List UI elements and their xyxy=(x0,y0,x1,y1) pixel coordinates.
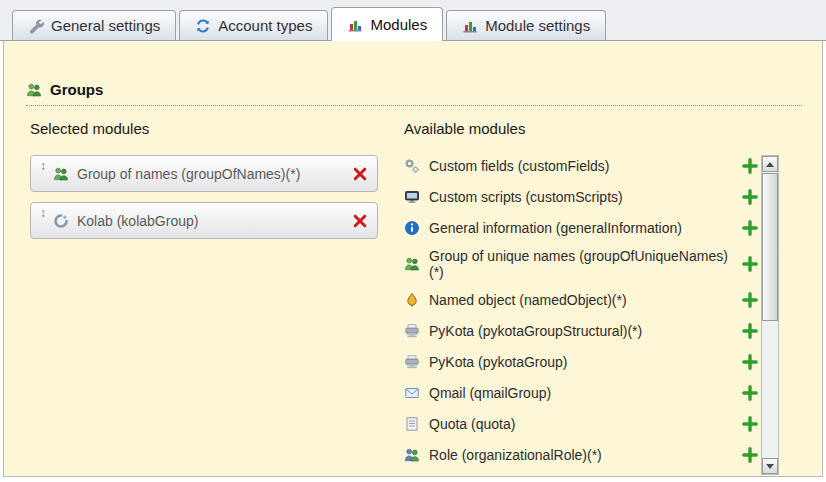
available-scrollbar[interactable] xyxy=(761,155,779,475)
add-module-button[interactable] xyxy=(742,220,758,236)
available-module-row: Quota (quota) xyxy=(404,413,758,435)
module-settings-icon xyxy=(462,18,478,34)
modules-icon xyxy=(347,17,363,33)
available-module-row: Qmail (qmailGroup) xyxy=(404,382,758,404)
remove-module-button[interactable] xyxy=(352,166,368,182)
printer-icon xyxy=(404,323,420,339)
add-module-button[interactable] xyxy=(742,158,758,174)
available-module-label: Role (organizationalRole)(*) xyxy=(429,447,734,463)
tab-label: General settings xyxy=(51,17,160,34)
custom-scripts-icon xyxy=(404,189,420,205)
drag-handle-icon[interactable]: ↕ xyxy=(40,156,46,173)
named-object-icon xyxy=(404,292,420,308)
kolab-icon xyxy=(53,213,69,229)
group-icon xyxy=(53,166,69,182)
available-module-row: Role (organizationalRole)(*) xyxy=(404,444,758,466)
available-module-label: PyKota (pykotaGroup) xyxy=(429,354,734,370)
scroll-thumb[interactable] xyxy=(762,173,778,321)
scroll-down-button[interactable] xyxy=(762,458,778,474)
available-module-label: Qmail (qmailGroup) xyxy=(429,385,734,401)
groups-icon xyxy=(26,82,42,98)
add-module-button[interactable] xyxy=(742,416,758,432)
add-module-button[interactable] xyxy=(742,256,758,272)
drag-handle-icon[interactable]: ↕ xyxy=(40,203,46,220)
available-module-row: Named object (namedObject)(*) xyxy=(404,289,758,311)
section-title: Groups xyxy=(50,81,103,98)
account-types-icon xyxy=(195,18,211,34)
tab-bar: General settingsAccount typesModulesModu… xyxy=(12,7,606,41)
selected-module-label: Group of names (groupOfNames)(*) xyxy=(77,166,352,182)
available-module-label: General information (generalInformation) xyxy=(429,220,734,236)
available-module-row: PyKota (pykotaGroupStructural)(*) xyxy=(404,320,758,342)
role-icon xyxy=(404,447,420,463)
tab-label: Account types xyxy=(218,17,312,34)
available-module-row: General information (generalInformation) xyxy=(404,217,758,239)
available-module-label: Custom scripts (customScripts) xyxy=(429,189,734,205)
available-module-label: Quota (quota) xyxy=(429,416,734,432)
wrench-icon xyxy=(28,18,44,34)
tab-account-types[interactable]: Account types xyxy=(179,10,328,40)
add-module-button[interactable] xyxy=(742,292,758,308)
printer-icon xyxy=(404,354,420,370)
selected-modules-heading: Selected modules xyxy=(30,120,149,137)
selected-module-label: Kolab (kolabGroup) xyxy=(77,213,352,229)
remove-module-button[interactable] xyxy=(352,213,368,229)
tab-label: Module settings xyxy=(485,17,590,34)
content-panel: Groups Selected modules Available module… xyxy=(3,41,823,477)
available-module-label: PyKota (pykotaGroupStructural)(*) xyxy=(429,323,734,339)
available-module-label: Named object (namedObject)(*) xyxy=(429,292,734,308)
scroll-up-button[interactable] xyxy=(762,156,778,172)
tab-modules[interactable]: Modules xyxy=(331,7,443,41)
available-module-row: PyKota (pykotaGroup) xyxy=(404,351,758,373)
tab-label: Modules xyxy=(370,16,427,33)
selected-modules-list: ↕Group of names (groupOfNames)(*)↕Kolab … xyxy=(30,155,378,249)
scroll-down-icon xyxy=(766,464,774,469)
available-module-label: Custom fields (customFields) xyxy=(429,158,734,174)
section-header: Groups xyxy=(26,81,802,106)
available-module-row: Group of unique names (groupOfUniqueName… xyxy=(404,248,758,280)
add-module-button[interactable] xyxy=(742,323,758,339)
tab-strip: General settingsAccount typesModulesModu… xyxy=(0,0,826,41)
available-module-row: Custom fields (customFields) xyxy=(404,155,758,177)
scroll-up-icon xyxy=(766,162,774,167)
add-module-button[interactable] xyxy=(742,189,758,205)
selected-module-item: ↕Kolab (kolabGroup) xyxy=(30,202,378,239)
add-module-button[interactable] xyxy=(742,385,758,401)
quota-icon xyxy=(404,416,420,432)
custom-fields-icon xyxy=(404,158,420,174)
tab-module-settings[interactable]: Module settings xyxy=(446,10,606,40)
selected-module-item: ↕Group of names (groupOfNames)(*) xyxy=(30,155,378,192)
available-modules-list: Custom fields (customFields)Custom scrip… xyxy=(404,155,758,475)
available-module-label: Group of unique names (groupOfUniqueName… xyxy=(429,248,734,280)
mail-icon xyxy=(404,385,420,401)
tab-general-settings[interactable]: General settings xyxy=(12,10,176,40)
info-icon xyxy=(404,220,420,236)
available-modules-heading: Available modules xyxy=(404,120,525,137)
add-module-button[interactable] xyxy=(742,447,758,463)
available-module-row: Custom scripts (customScripts) xyxy=(404,186,758,208)
add-module-button[interactable] xyxy=(742,354,758,370)
group-icon xyxy=(404,256,420,272)
